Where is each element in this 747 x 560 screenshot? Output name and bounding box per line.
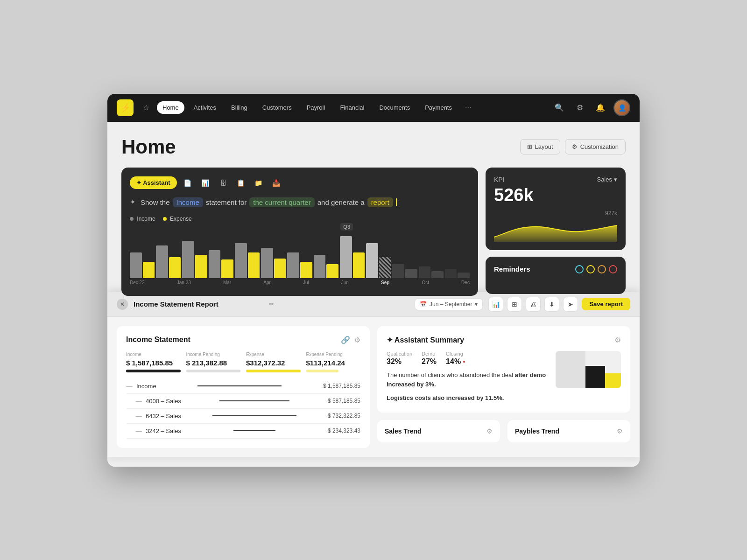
assistant-stats: Qualication 32% Demo 27% Closing [387, 351, 548, 366]
nav-financial[interactable]: Financial [334, 101, 370, 114]
reminder-dots [575, 265, 617, 273]
settings-icon[interactable]: ⚙ [572, 100, 587, 115]
nav-documents[interactable]: Documents [374, 101, 416, 114]
reminders-header: Reminders [494, 265, 617, 273]
clipboard-icon[interactable]: 📋 [234, 176, 248, 190]
document-icon[interactable]: 📄 [181, 176, 195, 190]
favorites-icon[interactable]: ☆ [139, 100, 153, 115]
sales-6432-bar [212, 415, 296, 416]
page-title: Home [121, 136, 176, 158]
assistant-summary-chart [556, 351, 621, 388]
database-icon[interactable]: 🗄 [216, 176, 230, 190]
settings-icon[interactable]: ⚙ [354, 336, 360, 344]
save-report-button[interactable]: Save report [582, 298, 630, 310]
reminder-dot-red[interactable] [609, 265, 617, 273]
label-sep: Sep [381, 280, 389, 285]
download-button[interactable]: ⬇ [544, 297, 559, 312]
nav-payroll[interactable]: Payroll [301, 101, 331, 114]
bar-apr-income [235, 243, 247, 278]
print-button[interactable]: 🖨 [526, 297, 541, 312]
assistant-button[interactable]: ✦ Assistant [130, 176, 177, 189]
line-items: — Income $ 1,587,185.85 — 4000 – Sales [126, 379, 360, 439]
bar-jul-income [314, 255, 326, 278]
reminder-dot-orange[interactable] [598, 265, 606, 273]
settings-icon[interactable]: ⚙ [614, 336, 621, 344]
assistant-text-1: The number of clients who abandoned the … [387, 371, 548, 390]
folder-icon[interactable]: 📁 [252, 176, 266, 190]
bar-jul-expense [326, 264, 338, 278]
inbox-icon[interactable]: 📥 [269, 176, 283, 190]
bar-group-sep [366, 243, 391, 278]
metrics-grid: Income $ 1,587,185.85 Income Pending $ 2… [126, 352, 360, 372]
customization-button[interactable]: ⚙ Customization [565, 139, 626, 154]
filter-button[interactable]: ⊞ [507, 297, 522, 312]
chart-icon[interactable]: 📊 [198, 176, 212, 190]
expense-legend: Expense [163, 216, 192, 222]
app-logo[interactable]: ⚡ [117, 99, 134, 116]
nav-activities[interactable]: Activites [188, 101, 222, 114]
reminder-dot-yellow[interactable] [586, 265, 595, 273]
edit-icon[interactable]: ✏ [269, 301, 274, 308]
page-header: Home ⊞ Layout ⚙ Customization [121, 136, 626, 158]
label-dec22: Dec 22 [130, 280, 145, 285]
nav-billing[interactable]: Billing [226, 101, 253, 114]
label-oct: Oct [422, 280, 429, 285]
report-actions: 📊 ⊞ 🖨 ⬇ ➤ Save report [488, 297, 630, 312]
dash-icon: — [135, 413, 142, 420]
reminder-dot-cyan[interactable] [575, 265, 584, 273]
bar-feb-expense [195, 255, 207, 278]
bar-chart-button[interactable]: 📊 [488, 297, 503, 312]
assistant-summary-title: ✦ Assistant Summary [387, 336, 464, 344]
bar-may-income [261, 248, 273, 278]
label-jul: Jul [303, 280, 309, 285]
prompt-income-highlight: Income [173, 197, 203, 207]
payables-trend-settings-icon[interactable]: ⚙ [617, 427, 623, 435]
bar-apr-expense [248, 252, 260, 278]
chart-label-row: Dec 22 Jan 23 Mar Apr Jul Jun Sep Oct De… [130, 280, 470, 285]
link-icon[interactable]: 🔗 [341, 336, 350, 344]
nav-payments[interactable]: Payments [419, 101, 458, 114]
user-avatar[interactable]: 👤 [613, 99, 630, 116]
assistant-prompt: ✦ Show the Income statement for the curr… [130, 197, 470, 207]
metric-expense: Expense $312,372.32 [246, 352, 301, 372]
nav-more[interactable]: ··· [461, 101, 475, 115]
line-item-6432: — 6432 – Sales $ 732,322.85 [126, 409, 360, 424]
kpi-header: KPI Sales ▾ [494, 176, 617, 183]
notifications-icon[interactable]: 🔔 [593, 100, 608, 115]
income-line-bar [197, 385, 282, 386]
chart-legend: Income Expense [130, 216, 470, 222]
reminders-title: Reminders [494, 265, 530, 273]
kpi-card: KPI Sales ▾ 526k 927k [486, 168, 626, 250]
app-window: ⚡ ☆ Home Activites Billing Customers Pay… [107, 94, 640, 467]
prompt-middle: statement for [206, 198, 247, 206]
income-bar [126, 370, 181, 372]
metric-expense-pending: Expense Pending $113,214.24 [306, 352, 361, 372]
assistant-summary-text: Qualication 32% Demo 27% Closing [387, 351, 548, 403]
kpi-dropdown[interactable]: Sales ▾ [597, 176, 617, 183]
bar-dec-expense [458, 273, 470, 278]
search-icon[interactable]: 🔍 [552, 100, 567, 115]
date-range-picker[interactable]: 📅 Jun – September ▾ [415, 298, 483, 310]
report-title: Income Statement Report [134, 300, 263, 308]
prompt-prefix: Show the [141, 198, 170, 206]
nav-customers[interactable]: Customers [257, 101, 297, 114]
report-close-button[interactable]: ✕ [117, 299, 128, 310]
chart-area: Q3 [130, 227, 470, 287]
report-panel: ✕ Income Statement Report ✏ 📅 Jun – Sept… [107, 292, 640, 457]
reminders-card: Reminders [486, 257, 626, 294]
line-item-income: — Income $ 1,587,185.85 [126, 379, 360, 394]
nav-home[interactable]: Home [157, 101, 184, 114]
kpi-chart [494, 218, 617, 242]
share-button[interactable]: ➤ [563, 297, 578, 312]
chevron-down-icon: ▾ [614, 176, 617, 183]
layout-button[interactable]: ⊞ Layout [520, 139, 560, 154]
chart-bar-closing [605, 373, 621, 388]
bar-oct-expense [405, 269, 417, 278]
sales-trend-settings-icon[interactable]: ⚙ [486, 427, 493, 435]
label-apr: Apr [263, 280, 271, 285]
bar-group-apr [235, 243, 260, 278]
label-mar: Mar [223, 280, 231, 285]
assistant-summary-card: ✦ Assistant Summary ⚙ Qualication 32% [377, 326, 630, 413]
label-jan23: Jan 23 [177, 280, 191, 285]
bar-group-feb [182, 241, 207, 278]
